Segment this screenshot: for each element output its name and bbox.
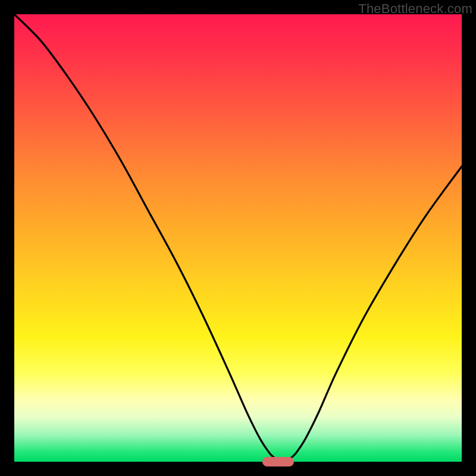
curve-path <box>14 14 462 460</box>
chart-frame: TheBottleneck.com <box>0 0 476 476</box>
bottleneck-curve <box>14 14 462 462</box>
optimal-marker <box>262 457 294 466</box>
chart-plot-area <box>14 14 462 462</box>
